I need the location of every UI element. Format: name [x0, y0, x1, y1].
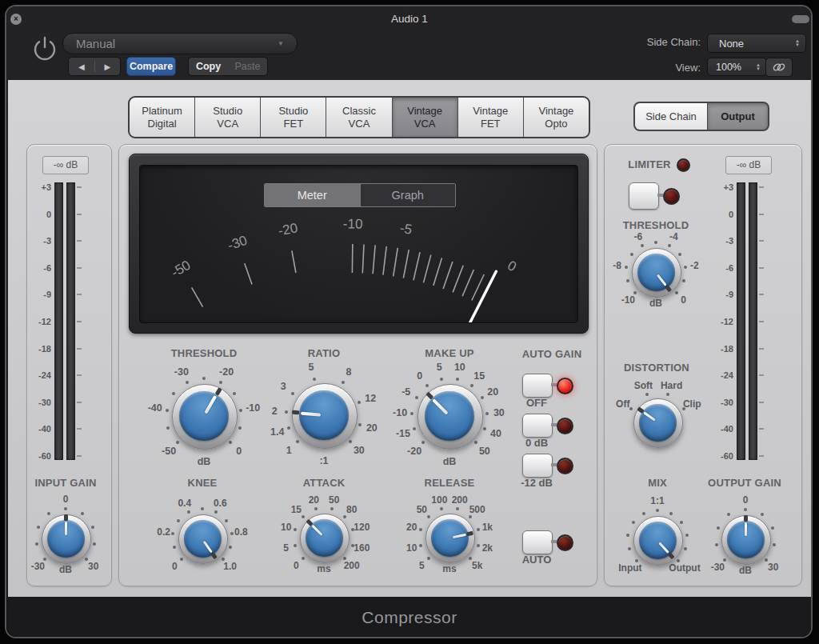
knob-tick-dot [415, 396, 418, 399]
knob-tick-dot [294, 528, 297, 531]
meter-scale-label: -30 [11, 398, 51, 407]
input-meter-bar-left [54, 182, 63, 460]
knob-tick-dot [219, 381, 222, 384]
meter-tick [759, 402, 764, 403]
side-chain-selector[interactable]: None ▲▼ [707, 34, 806, 53]
power-icon[interactable] [30, 34, 59, 62]
window-title: Audio 1 [0, 13, 819, 25]
link-button[interactable] [765, 58, 793, 77]
knob-tick-label: 160 [354, 542, 370, 554]
meter-tick [759, 321, 764, 322]
auto-release-button[interactable] [522, 530, 553, 554]
knob-tick-dot [233, 392, 236, 395]
meter-scale-label: +3 [693, 182, 733, 192]
compare-button[interactable]: Compare [126, 57, 176, 76]
knee-knob[interactable]: 00.20.40.60.81.0 [138, 474, 266, 602]
auto-gain--12-db-label: -12 dB [521, 477, 553, 489]
window-control-pill[interactable] [792, 15, 809, 23]
meter-tick [77, 455, 82, 457]
meter-tick [759, 240, 764, 242]
meter-tick [77, 428, 82, 430]
knob-tick-dot [680, 521, 683, 524]
knob-tick-dot [642, 512, 645, 515]
knob-needle [65, 522, 67, 536]
toggle-side-chain[interactable]: Side Chain [635, 103, 707, 130]
knob-tick-label: 10 [281, 522, 291, 533]
knob-tick-dot [678, 253, 681, 256]
knob-tick-label: Clip [683, 398, 701, 410]
knob-tick-dot [342, 381, 345, 384]
knob-tick-dot [427, 515, 430, 518]
limiter-led [663, 188, 680, 205]
meter-tick [759, 455, 764, 457]
knob-unit-label: :1 [319, 455, 328, 466]
output-meter-bar-right [749, 182, 757, 460]
release-knob[interactable]: 51020501002005001k2k5kms [386, 474, 513, 602]
input-gain-knob[interactable]: -30030dB [2, 474, 130, 602]
knob-tick-label: -50 [162, 446, 176, 457]
limiter-indicator-led [677, 158, 690, 172]
auto-gain--12-db-button[interactable] [522, 454, 553, 478]
view-zoom-selector[interactable]: 100% ▲▼ [707, 58, 767, 76]
circuit-type-tabs: Platinum DigitalStudio VCAStudio FETClas… [128, 96, 590, 138]
knob-tick-label: 50 [329, 494, 339, 506]
knob-tick-dot [654, 241, 657, 244]
knob-tick-label: -15 [396, 428, 410, 439]
knob-tick-dot [645, 393, 649, 396]
attack-knob[interactable]: 051015205080120160200ms [260, 474, 388, 602]
svg-text:-5: -5 [399, 220, 413, 237]
knob-tick-dot [358, 423, 362, 426]
limiter-threshold-knob[interactable]: -10-8-6-4-20dB [592, 208, 720, 336]
auto-gain-0-db-label: 0 dB [525, 437, 548, 449]
model-tab-vintage-opto[interactable]: Vintage Opto [524, 98, 589, 137]
model-tab-platinum-digital[interactable]: Platinum Digital [130, 98, 195, 137]
preset-selector[interactable]: Manual ▼ [62, 33, 298, 54]
knob-tick-label: 0.4 [178, 498, 191, 509]
knob-tick-dot [470, 384, 473, 387]
next-preset-button[interactable]: ▶ [95, 62, 121, 71]
tab-graph[interactable]: Graph [360, 184, 456, 206]
knob-tick-label: 0 [681, 294, 686, 306]
knob-tick-dot [481, 396, 484, 399]
knob-tick-dot [628, 547, 631, 550]
knob-tick-dot [727, 513, 730, 516]
model-tab-studio-vca[interactable]: Studio VCA [195, 98, 261, 137]
knob-tick-label: 15 [473, 370, 485, 382]
model-tab-vintage-vca[interactable]: Vintage VCA [393, 98, 458, 137]
knob-tick-dot [313, 378, 316, 381]
auto-gain-off-button[interactable] [522, 374, 553, 398]
meter-tick [759, 294, 764, 295]
knob-tick-label: -20 [407, 446, 421, 457]
mix-knob[interactable]: Input1:1Output [593, 476, 721, 604]
distortion-knob[interactable]: OffSoftHardClip [593, 358, 721, 486]
toggle-output[interactable]: Output [708, 103, 768, 130]
previous-preset-button[interactable]: ◀ [69, 62, 94, 71]
knob-tick-label: 50 [479, 446, 490, 457]
model-tab-classic-vca[interactable]: Classic VCA [326, 98, 392, 137]
meter-scale-label: +3 [11, 182, 51, 192]
view-label: View: [640, 62, 701, 74]
auto-gain-0-db-led [557, 418, 573, 434]
knob-tick-label: 0.8 [234, 526, 248, 538]
tab-meter[interactable]: Meter [265, 184, 360, 206]
limiter-button[interactable] [629, 182, 659, 210]
knob-tick-label: 2 [272, 406, 278, 417]
meter-tick [759, 214, 764, 215]
meter-scale-label: -12 [11, 317, 51, 326]
knob-tick-label: 5 [437, 362, 442, 373]
model-tab-vintage-fet[interactable]: Vintage FET [458, 98, 524, 137]
knob-tick-label: 10 [406, 542, 417, 554]
copy-button[interactable]: Copy [189, 61, 228, 72]
knob-tick-label: 30 [768, 562, 778, 573]
paste-button[interactable]: Paste [228, 61, 267, 72]
knob-tick-label: 10 [454, 362, 465, 373]
knob-tick-label: 0 [743, 494, 749, 506]
limiter-label: LIMITER [628, 158, 670, 170]
knob-tick-dot [630, 253, 633, 256]
chain-link-icon [772, 62, 786, 73]
makeup-knob[interactable]: -20-15-10-505101520304050dB [374, 340, 525, 492]
knob-unit-label: dB [649, 298, 662, 309]
knob-tick-dot [626, 279, 629, 282]
auto-gain-0-db-button[interactable] [522, 414, 553, 438]
model-tab-studio-fet[interactable]: Studio FET [261, 98, 326, 137]
